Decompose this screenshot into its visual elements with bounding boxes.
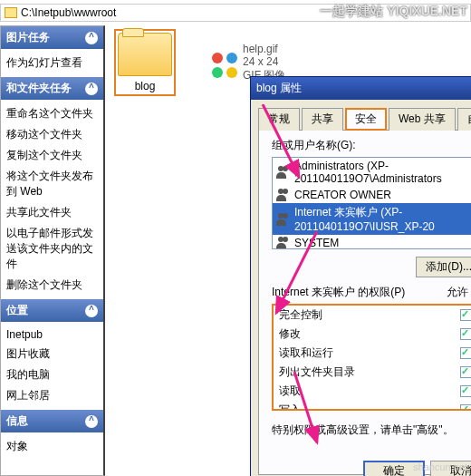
properties-dialog: blog 属性 × 常规共享安全Web 共享自定义 组或用户名称(G): Adm… <box>250 76 471 476</box>
sidebar-item[interactable]: 删除这个文件夹 <box>6 275 98 296</box>
sidebar-item[interactable]: 网上邻居 <box>6 385 98 406</box>
allow-checkbox[interactable] <box>460 347 471 359</box>
permissions-list: 完全控制修改读取和运行列出文件夹目录读取写入 <box>272 304 471 411</box>
perm-row: 读取和运行 <box>274 344 471 363</box>
user-name: SYSTEM <box>294 237 339 249</box>
allow-checkbox[interactable] <box>460 366 471 378</box>
tab-安全[interactable]: 安全 <box>345 108 387 131</box>
blog-folder-highlight: blog <box>114 29 176 96</box>
perm-name: 读取和运行 <box>279 345 446 361</box>
blog-label: blog <box>135 80 156 92</box>
user-icon <box>276 166 291 179</box>
sidebar-item[interactable]: Inetpub <box>6 325 98 344</box>
folder-icon <box>118 33 172 76</box>
chevron-icon: ^ <box>85 83 98 95</box>
perm-row: 修改 <box>274 325 471 344</box>
perm-label: Internet 来宾帐户 的权限(P) <box>272 285 405 300</box>
panel-header-info[interactable]: 信息^ <box>1 410 103 432</box>
sidebar-item[interactable]: 我的电脑 <box>6 364 98 385</box>
chevron-icon: ^ <box>85 415 98 428</box>
address-path: C:\Inetpub\wwwroot <box>21 6 116 19</box>
sidebar-item[interactable]: 复制这个文件夹 <box>6 145 98 166</box>
user-icon <box>276 213 291 226</box>
allow-checkbox[interactable] <box>460 385 471 397</box>
tab-Web 共享[interactable]: Web 共享 <box>389 108 456 131</box>
user-icon <box>276 189 291 201</box>
sidebar-item[interactable]: 移动这个文件夹 <box>6 124 98 145</box>
file-dim: 24 x 24 <box>243 55 285 68</box>
user-name: Internet 来宾帐户 (XP-2011040119O7\IUSR_XP-2… <box>294 205 471 233</box>
advanced-text: 特别权限或高级设置，请单击"高级"。 <box>272 423 471 438</box>
user-row[interactable]: Internet 来宾帐户 (XP-2011040119O7\IUSR_XP-2… <box>273 203 471 235</box>
tab-常规[interactable]: 常规 <box>258 108 300 131</box>
sidebar-item[interactable]: 对象 <box>6 436 98 457</box>
folder-icon <box>5 7 17 18</box>
perm-row: 写入 <box>274 401 471 411</box>
blog-folder[interactable]: blog <box>118 33 172 92</box>
allow-checkbox[interactable] <box>460 309 471 321</box>
file-name: help.gif <box>243 43 285 55</box>
panel-header-foldertasks[interactable]: 和文件夹任务^ <box>1 77 103 100</box>
allow-label: 允许 <box>447 285 468 300</box>
sidebar-item[interactable]: 重命名这个文件夹 <box>6 103 98 124</box>
add-button[interactable]: 添加(D)... <box>416 257 471 277</box>
perm-row: 读取 <box>274 382 471 401</box>
watermark-bottom: shancun.net <box>413 461 467 472</box>
tab-自定义[interactable]: 自定义 <box>457 108 471 131</box>
perm-name: 写入 <box>279 403 446 411</box>
panel-header-location[interactable]: 位置^ <box>1 299 103 322</box>
sidebar: 图片任务^ 作为幻灯片查看 和文件夹任务^ 重命名这个文件夹移动这个文件夹复制这… <box>0 25 105 476</box>
user-row[interactable]: SYSTEM <box>273 235 471 249</box>
perm-name: 完全控制 <box>279 307 446 323</box>
user-list[interactable]: Administrators (XP-2011040119O7\Administ… <box>272 157 471 249</box>
panel-header-pictasks[interactable]: 图片任务^ <box>1 26 103 49</box>
perm-name: 修改 <box>279 326 446 342</box>
chevron-icon: ^ <box>85 305 98 317</box>
group-users-label: 组或用户名称(G): <box>272 138 471 153</box>
sidebar-item[interactable]: 图片收藏 <box>6 344 98 364</box>
user-name: CREATOR OWNER <box>294 189 391 201</box>
tab-strip: 常规共享安全Web 共享自定义 <box>258 107 471 131</box>
perm-row: 列出文件夹目录 <box>274 363 471 382</box>
user-row[interactable]: Administrators (XP-2011040119O7\Administ… <box>273 158 471 187</box>
sidebar-item[interactable]: 以电子邮件形式发送该文件夹内的文件 <box>6 223 98 275</box>
perm-name: 读取 <box>279 384 446 399</box>
allow-checkbox[interactable] <box>460 328 471 340</box>
dialog-title: blog 属性 <box>256 81 302 96</box>
chevron-icon: ^ <box>85 32 98 44</box>
perm-row: 完全控制 <box>274 306 471 325</box>
image-icon <box>212 53 237 78</box>
perm-name: 列出文件夹目录 <box>279 364 446 380</box>
allow-checkbox[interactable] <box>460 404 471 411</box>
sidebar-item[interactable]: 将这个文件夹发布到 Web <box>6 166 98 202</box>
user-icon <box>276 237 291 249</box>
tab-共享[interactable]: 共享 <box>302 108 343 131</box>
sidebar-item[interactable]: 共享此文件夹 <box>6 202 98 223</box>
dialog-titlebar[interactable]: blog 属性 × <box>251 77 471 100</box>
watermark-top: 一起学建站 YIQIXUE.NET <box>320 4 467 20</box>
sidebar-item[interactable]: 作为幻灯片查看 <box>6 53 98 73</box>
user-name: Administrators (XP-2011040119O7\Administ… <box>294 160 471 185</box>
user-row[interactable]: CREATOR OWNER <box>273 187 471 203</box>
